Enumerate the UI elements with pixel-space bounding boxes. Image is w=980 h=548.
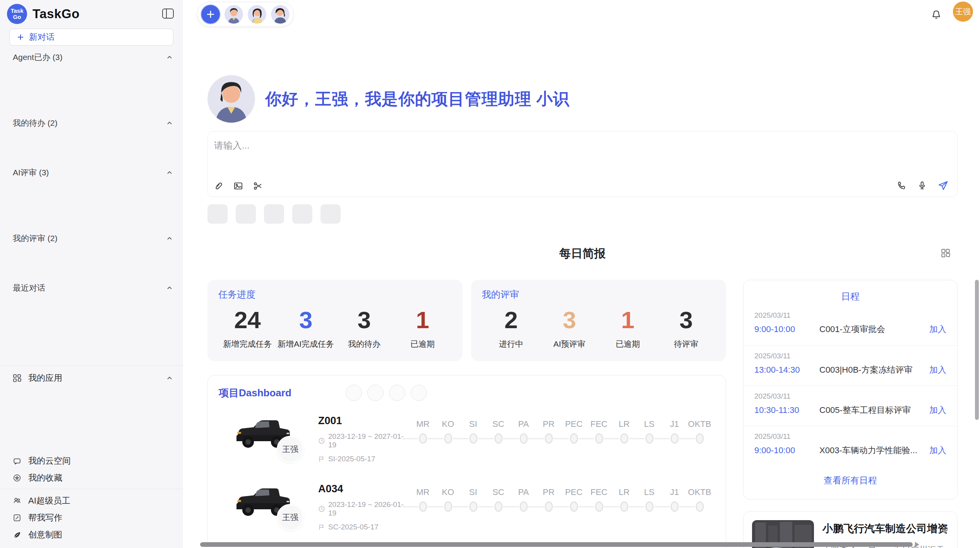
chevron-up-icon: [166, 120, 173, 127]
project-node-row: SC-2025-05-17: [318, 523, 410, 531]
sidebar-section-header[interactable]: Agent已办 (3): [0, 49, 182, 66]
stat-label: 我的待办: [335, 339, 394, 349]
schedule-card: 日程 2025/03/11 9:00-10:00 C001-立项审批会 加入: [743, 280, 958, 500]
flag-icon: [318, 524, 325, 531]
project-dates-row: 2023-12-19 ~ 2026-01-19: [318, 500, 410, 517]
chat-input-card: [207, 131, 958, 197]
sidebar-conversation-item[interactable]: [0, 132, 182, 148]
project-dates: 2023-12-19 ~ 2027-01-19: [328, 432, 410, 449]
ai-staff-label: AI超级员工: [28, 495, 173, 507]
milestone-label: MR: [410, 418, 435, 430]
sidebar-app-item[interactable]: [0, 436, 182, 452]
sidebar-app-item[interactable]: [0, 404, 182, 420]
member-avatar-2[interactable]: [248, 5, 266, 24]
schedule-item: 2025/03/11 10:30-11:30 C005-整车工程目标评审 加入: [744, 385, 957, 426]
chevron-up-icon: [166, 284, 173, 291]
suggestion-chip[interactable]: [236, 204, 256, 224]
scroll-right-arrow[interactable]: [915, 542, 919, 547]
sidebar-conversation-item[interactable]: [0, 263, 182, 279]
sidebar-app-item[interactable]: [0, 387, 182, 404]
project-row[interactable]: 王强 A034 2023-12-19 ~ 2026-01: [208, 481, 726, 539]
milestone-connector: [403, 438, 418, 439]
briefing-header: 每日简报: [207, 246, 958, 261]
member-avatar-3[interactable]: [271, 5, 290, 24]
milestone-connector: [453, 506, 468, 507]
sidebar-conversation-item[interactable]: [0, 313, 182, 329]
sidebar-conversation-item[interactable]: [0, 181, 182, 197]
project-dashboard-card: 项目Dashboard: [207, 375, 726, 548]
dashboard-tab[interactable]: [367, 385, 384, 401]
suggestion-chip[interactable]: [207, 204, 228, 224]
sidebar-conversation-item[interactable]: [0, 329, 182, 345]
dashboard-tab[interactable]: [411, 385, 427, 401]
milestone: PEC: [561, 418, 586, 471]
add-conversation-button[interactable]: [201, 5, 220, 24]
chevron-up-icon: [166, 375, 173, 382]
sidebar-conversation-item[interactable]: [0, 82, 182, 98]
sidebar-section-header[interactable]: 我的评审 (2): [0, 230, 182, 247]
dashboard-tab[interactable]: [346, 385, 362, 401]
sidebar-item-ai-staff[interactable]: AI超级员工: [0, 492, 182, 509]
sidebar-app-item[interactable]: [0, 420, 182, 436]
milestone-dot: [469, 502, 477, 512]
people-icon: [13, 497, 21, 505]
sidebar-item-write[interactable]: 帮我写作: [0, 509, 182, 526]
attach-icon[interactable]: [213, 181, 224, 191]
new-chat-button[interactable]: 新对话: [9, 29, 173, 46]
sidebar-conversation-item[interactable]: [0, 214, 182, 230]
sidebar-item-my-apps[interactable]: 我的应用: [0, 369, 182, 387]
member-avatar-1[interactable]: [224, 5, 243, 24]
stat: 3 AI预评审: [540, 306, 599, 349]
user-avatar[interactable]: 王强: [953, 2, 973, 22]
sidebar-item-draw[interactable]: 创意制图: [0, 526, 182, 543]
milestone-label: PR: [536, 418, 561, 430]
chat-input[interactable]: [214, 137, 872, 154]
suggestion-chip[interactable]: [320, 204, 341, 224]
logo-text-top: Task: [10, 8, 23, 14]
milestone-label: PEC: [561, 486, 586, 498]
stat-value: 3: [657, 306, 715, 334]
sidebar-section-header[interactable]: 最近对话: [0, 279, 182, 296]
join-meeting-link[interactable]: 加入: [929, 364, 946, 376]
sidebar-section-header[interactable]: 我的待办 (2): [0, 115, 182, 132]
schedule-date: 2025/03/11: [754, 352, 946, 360]
schedule-item: 2025/03/11 9:00-10:00 C001-立项审批会 加入: [744, 305, 957, 345]
sidebar-conversation-item[interactable]: [0, 66, 182, 82]
sidebar-item-favorites[interactable]: 我的收藏: [0, 469, 182, 486]
join-meeting-link[interactable]: 加入: [929, 404, 946, 416]
sidebar-collapse-icon[interactable]: [162, 9, 174, 19]
join-meeting-link[interactable]: 加入: [929, 324, 946, 335]
sidebar-section-header[interactable]: AI评审 (3): [0, 164, 182, 181]
image-icon[interactable]: [233, 181, 243, 191]
mic-icon[interactable]: [917, 180, 927, 191]
schedule-date: 2025/03/11: [754, 311, 946, 320]
phone-icon[interactable]: [896, 180, 907, 191]
sidebar-conversation-item[interactable]: [0, 247, 182, 263]
notification-bell-icon[interactable]: [930, 9, 942, 20]
scroll-down-arrow[interactable]: [941, 529, 948, 534]
sidebar-conversation-item[interactable]: [0, 345, 182, 361]
feather-pen-icon: [13, 531, 21, 539]
vertical-scrollbar-thumb[interactable]: [975, 280, 979, 420]
milestone-label: SI: [461, 486, 486, 498]
layout-grid-icon[interactable]: [941, 248, 951, 258]
sidebar-conversation-item[interactable]: [0, 197, 182, 214]
scissors-icon[interactable]: [253, 181, 263, 191]
milestone: PA: [511, 418, 536, 471]
schedule-item: 2025/03/11 9:00-10:00 X003-车辆动力学性能验... 加…: [744, 426, 957, 466]
sidebar-conversation-item[interactable]: [0, 148, 182, 164]
chevron-up-icon: [166, 54, 173, 61]
project-row[interactable]: 王强 Z001 2023-12-19 ~ 2027-01: [208, 413, 726, 471]
dashboard-tab[interactable]: [389, 385, 405, 401]
view-all-schedule-link[interactable]: 查看所有日程: [744, 474, 957, 486]
join-meeting-link[interactable]: 加入: [929, 445, 946, 456]
send-icon[interactable]: [937, 180, 949, 191]
sidebar-conversation-item[interactable]: [0, 98, 182, 115]
suggestion-chip[interactable]: [292, 204, 312, 224]
sidebar-conversation-item[interactable]: [0, 296, 182, 313]
stat: 3 新增AI完成任务: [277, 306, 335, 349]
horizontal-scrollbar-thumb[interactable]: [200, 542, 913, 547]
milestone-connector: [503, 506, 519, 507]
sidebar-item-cloud-space[interactable]: 我的云空间: [0, 452, 182, 469]
suggestion-chip[interactable]: [264, 204, 284, 224]
